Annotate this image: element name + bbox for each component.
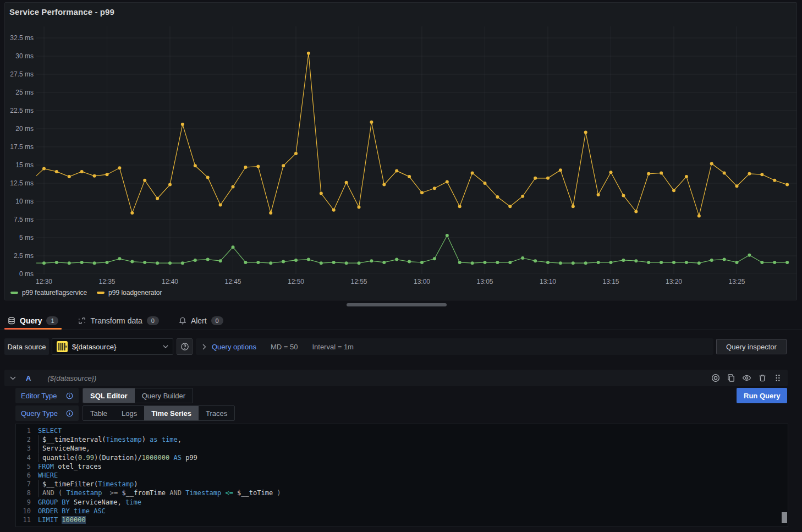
line-number: 7 [16,480,38,489]
database-icon [8,317,15,325]
query-datasource-name: (${datasource}) [47,374,96,382]
query-type-option-time-series[interactable]: Time Series [144,406,199,420]
legend-label: p99 loadgenerator [108,289,162,297]
editor-scrollbar-thumb[interactable] [782,512,787,523]
eye-icon[interactable] [742,374,751,382]
y-axis-label: 15 ms [7,161,34,169]
query-type-option-table[interactable]: Table [83,406,114,420]
tab-alert[interactable]: Alert 0 [175,311,227,330]
duplicate-icon[interactable] [727,374,735,382]
x-axis-label: 13:00 [405,278,438,286]
query-options-link[interactable]: Query options [212,343,256,351]
x-axis-label: 12:45 [217,278,250,286]
datasource-value: ${datasource} [72,343,158,351]
line-number: 3 [16,444,38,453]
tab-query[interactable]: Query 1 [4,311,62,330]
trash-icon[interactable] [758,374,767,382]
y-axis-label: 5 ms [7,234,34,242]
chevron-right-icon[interactable] [202,344,206,350]
code-line: 7$__timeFilter(Timestamp) [16,480,788,489]
code-line: 3ServiceName, [16,444,788,453]
x-axis-label: 13:05 [469,278,502,286]
drag-handle-icon[interactable] [773,374,782,382]
run-query-button[interactable]: Run Query [737,388,787,403]
x-axis-label: 12:40 [153,278,186,286]
tab-query-badge: 1 [46,316,58,325]
x-axis-label: 13:25 [721,278,754,286]
datasource-label: Data source [4,338,49,355]
code-line: 2$__timeInterval(Timestamp) as time, [16,435,788,444]
horizontal-scrollbar-thumb[interactable] [347,303,447,306]
tabs-divider [0,330,802,330]
y-axis-label: 32.5 ms [7,34,34,42]
legend-item[interactable]: p99 featureflagservice [10,289,87,297]
editor-type-row: Editor Type SQL EditorQuery Builder [15,388,193,403]
y-axis-label: 22.5 ms [7,107,34,114]
tab-transform-badge: 0 [147,316,159,325]
y-axis-label: 0 ms [7,270,34,278]
datasource-help-button[interactable] [177,338,193,355]
info-circle-icon[interactable] [66,410,73,417]
query-row-header[interactable]: A (${datasource}) [4,370,788,386]
bell-icon [179,317,186,325]
collapse-chevron-icon[interactable] [10,376,16,380]
y-axis-label: 2.5 ms [7,252,34,260]
info-circle-icon[interactable] [66,392,73,399]
query-inspector-button[interactable]: Query inspector [716,339,787,354]
y-axis-label: 7.5 ms [7,216,34,223]
y-axis-label: 25 ms [7,89,34,96]
line-number: 6 [16,471,38,480]
code-line: 10ORDER BY time ASC [16,507,788,515]
query-options-md: MD = 50 [271,343,298,351]
x-axis-label: 13:10 [531,278,564,286]
query-type-option-logs[interactable]: Logs [114,406,144,420]
legend-item[interactable]: p99 loadgenerator [97,289,162,297]
query-refid: A [26,374,31,382]
tab-query-label: Query [20,316,42,325]
line-number: 5 [16,462,38,471]
query-type-option-traces[interactable]: Traces [199,406,234,420]
query-options-bar: Query options MD = 50 Interval = 1m [196,338,713,355]
query-row-actions [711,374,782,382]
x-axis-label: 12:55 [343,278,376,286]
legend-swatch [10,292,18,294]
code-line: 4quantile(0.99)(Duration)/1000000 AS p99 [16,453,788,462]
chart-area: 0 ms2.5 ms5 ms7.5 ms10 ms12.5 ms15 ms17.… [5,3,796,300]
legend-swatch [97,292,105,294]
record-circle-icon[interactable] [711,374,720,382]
clickhouse-logo-icon [57,341,68,352]
process-icon [78,317,86,325]
datasource-row: Data source ${datasource} [0,338,802,355]
code-line: 1SELECT [16,426,788,435]
tab-transform-label: Transform data [90,316,142,325]
x-axis-label: 13:15 [595,278,628,286]
tab-alert-label: Alert [191,316,207,325]
y-axis-label: 20 ms [7,125,34,133]
legend-label: p99 featureflagservice [22,289,87,297]
line-number: 11 [16,515,38,524]
editor-type-segmented: SQL EditorQuery Builder [83,388,193,403]
x-axis-label: 12:50 [279,278,312,286]
editor-type-option-query-builder[interactable]: Query Builder [135,388,193,403]
line-number: 4 [16,453,38,462]
code-line: 5FROM otel_traces [16,462,788,471]
tab-transform-data[interactable]: Transform data 0 [75,311,162,330]
editor-type-label: Editor Type [21,392,57,400]
question-circle-icon [180,342,189,351]
y-axis-label: 27.5 ms [7,70,34,78]
code-line: 11LIMIT 100000 [16,515,788,524]
editor-type-option-sql-editor[interactable]: SQL Editor [83,388,135,403]
x-axis-label: 13:20 [657,278,690,286]
query-type-label: Query Type [21,409,58,418]
line-number: 10 [16,507,38,515]
y-axis-label: 17.5 ms [7,143,34,151]
chart-legend: p99 featureflagservicep99 loadgenerator [10,289,162,297]
line-number: 8 [16,489,38,497]
x-axis-label: 12:30 [28,278,61,286]
chart-plot[interactable] [36,26,796,274]
sql-code-editor[interactable]: 1SELECT2$__timeInterval(Timestamp) as ti… [15,424,788,527]
code-line: 6WHERE [16,471,788,480]
datasource-select[interactable]: ${datasource} [52,338,173,355]
query-type-row: Query Type TableLogsTime SeriesTraces [15,405,235,421]
chevron-down-icon [163,345,168,349]
